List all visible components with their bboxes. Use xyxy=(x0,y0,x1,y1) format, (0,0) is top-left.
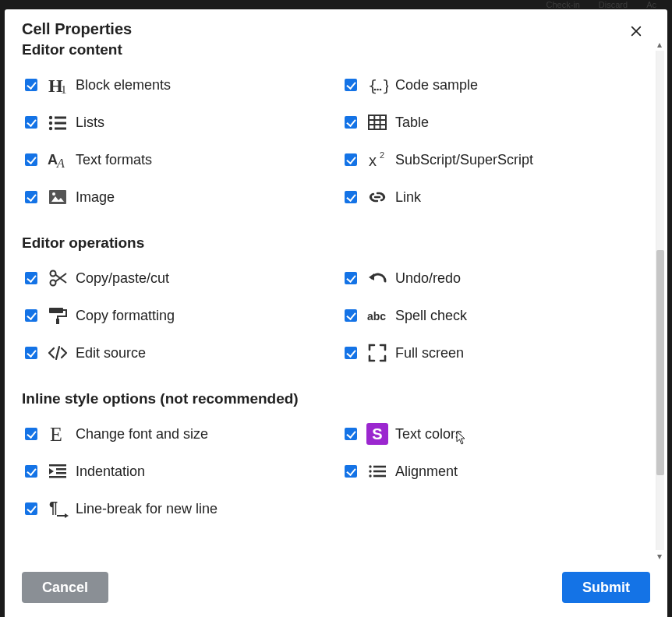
dialog-body: Editor content Block elements Code sampl… xyxy=(5,38,667,562)
label-alignment: Alignment xyxy=(395,464,458,480)
link-icon xyxy=(366,185,389,209)
option-indentation[interactable]: Indentation xyxy=(22,453,332,490)
cell-properties-dialog: Cell Properties Editor content Block ele… xyxy=(5,9,667,617)
checkbox-change-font[interactable] xyxy=(25,428,37,440)
close-icon xyxy=(630,23,642,39)
scrollbar-track[interactable] xyxy=(656,51,664,550)
option-alignment[interactable]: Alignment xyxy=(341,453,652,490)
scroll-down-icon[interactable]: ▾ xyxy=(657,550,662,562)
checkbox-indentation[interactable] xyxy=(25,465,37,478)
scroll-up-icon[interactable]: ▴ xyxy=(657,38,662,51)
scissors-icon xyxy=(46,266,69,290)
backdrop-menu: Check-in Discard Ac xyxy=(0,0,672,9)
dialog-title: Cell Properties xyxy=(22,20,650,38)
option-undo-redo[interactable]: Undo/redo xyxy=(341,259,652,297)
indent-icon xyxy=(46,460,69,483)
label-change-font: Change font and size xyxy=(76,426,208,442)
s-badge-icon: S xyxy=(366,422,389,446)
checkbox-spell-check[interactable] xyxy=(345,309,357,322)
option-copy-formatting[interactable]: Copy formatting xyxy=(22,297,332,334)
section-title-inline-style: Inline style options (not recommended) xyxy=(22,390,652,407)
label-line-break: Line-break for new line xyxy=(76,501,218,517)
checkbox-copy-formatting[interactable] xyxy=(25,309,37,322)
option-full-screen[interactable]: Full screen xyxy=(341,334,652,372)
label-text-colors: Text colors xyxy=(395,426,462,442)
option-text-colors[interactable]: S Text colors xyxy=(341,415,652,453)
option-table[interactable]: Table xyxy=(341,104,652,141)
format-roller-icon xyxy=(46,304,69,327)
x2-icon xyxy=(366,148,389,171)
editor-content-grid: Block elements Code sample Lists xyxy=(22,66,652,216)
checkbox-link[interactable] xyxy=(345,191,357,203)
label-copy-formatting: Copy formatting xyxy=(76,308,175,324)
section-title-editor-operations: Editor operations xyxy=(22,234,652,252)
checkbox-undo-redo[interactable] xyxy=(345,272,357,284)
aa-icon xyxy=(46,148,69,171)
fullscreen-icon xyxy=(366,341,389,365)
label-block-elements: Block elements xyxy=(76,77,171,93)
checkbox-edit-source[interactable] xyxy=(25,347,37,359)
scroll-area: Editor content Block elements Code sampl… xyxy=(5,38,652,562)
dialog-header: Cell Properties xyxy=(5,9,667,38)
label-link: Link xyxy=(395,189,421,206)
checkbox-lists[interactable] xyxy=(25,116,37,129)
checkbox-alignment[interactable] xyxy=(345,465,357,478)
alignment-icon xyxy=(366,460,389,483)
vertical-scrollbar[interactable]: ▴ ▾ xyxy=(653,38,666,562)
option-lists[interactable]: Lists xyxy=(22,104,332,141)
label-full-screen: Full screen xyxy=(395,345,464,361)
option-edit-source[interactable]: Edit source xyxy=(22,334,332,372)
backdrop-menu-item: Ac xyxy=(646,0,656,9)
codeslash-icon xyxy=(46,341,69,365)
checkbox-block-elements[interactable] xyxy=(25,79,37,91)
label-copy-paste-cut: Copy/paste/cut xyxy=(76,270,169,287)
dialog-footer: Cancel Submit xyxy=(5,562,667,617)
inline-style-grid: Change font and size S Text colors Inden… xyxy=(22,415,652,527)
label-lists: Lists xyxy=(76,115,104,131)
label-indentation: Indentation xyxy=(76,464,145,480)
option-image[interactable]: Image xyxy=(22,178,332,216)
checkbox-sub-super[interactable] xyxy=(345,153,357,166)
option-line-break[interactable]: Line-break for new line xyxy=(22,490,332,527)
label-sub-super: SubScript/SuperScript xyxy=(395,152,533,168)
braces-icon xyxy=(366,73,389,97)
label-edit-source: Edit source xyxy=(76,345,146,361)
image-icon xyxy=(46,185,69,209)
abc-icon xyxy=(366,304,389,327)
option-block-elements[interactable]: Block elements xyxy=(22,66,332,104)
label-undo-redo: Undo/redo xyxy=(395,270,461,287)
checkbox-text-colors[interactable] xyxy=(345,428,357,440)
checkbox-image[interactable] xyxy=(25,191,37,203)
section-title-editor-content: Editor content xyxy=(22,41,652,58)
checkbox-table[interactable] xyxy=(345,116,357,129)
table-icon xyxy=(366,111,389,134)
label-table: Table xyxy=(395,115,429,131)
editor-ops-grid: Copy/paste/cut Undo/redo Copy formatting… xyxy=(22,259,652,372)
option-sub-super[interactable]: SubScript/SuperScript xyxy=(341,141,652,178)
label-text-formats: Text formats xyxy=(76,152,152,168)
option-copy-paste-cut[interactable]: Copy/paste/cut xyxy=(22,259,332,297)
checkbox-copy-paste-cut[interactable] xyxy=(25,272,37,284)
checkbox-full-screen[interactable] xyxy=(345,347,357,359)
cancel-button[interactable]: Cancel xyxy=(22,572,108,603)
serif-e-icon xyxy=(46,422,69,446)
option-change-font[interactable]: Change font and size xyxy=(22,415,332,453)
h1-icon xyxy=(46,73,69,97)
pilcrow-icon xyxy=(46,497,69,520)
checkbox-line-break[interactable] xyxy=(25,502,37,515)
checkbox-code-sample[interactable] xyxy=(345,79,357,91)
label-spell-check: Spell check xyxy=(395,308,467,324)
label-image: Image xyxy=(76,189,115,206)
submit-button[interactable]: Submit xyxy=(562,572,650,603)
label-code-sample: Code sample xyxy=(395,77,478,93)
undo-icon xyxy=(366,266,389,290)
option-link[interactable]: Link xyxy=(341,178,652,216)
checkbox-text-formats[interactable] xyxy=(25,153,37,166)
list-icon xyxy=(46,111,69,134)
backdrop-menu-item: Check-in xyxy=(546,0,579,9)
option-spell-check[interactable]: Spell check xyxy=(341,297,652,334)
backdrop-menu-item: Discard xyxy=(599,0,628,9)
option-text-formats[interactable]: Text formats xyxy=(22,141,332,178)
option-code-sample[interactable]: Code sample xyxy=(341,66,652,104)
scrollbar-thumb[interactable] xyxy=(656,250,664,474)
